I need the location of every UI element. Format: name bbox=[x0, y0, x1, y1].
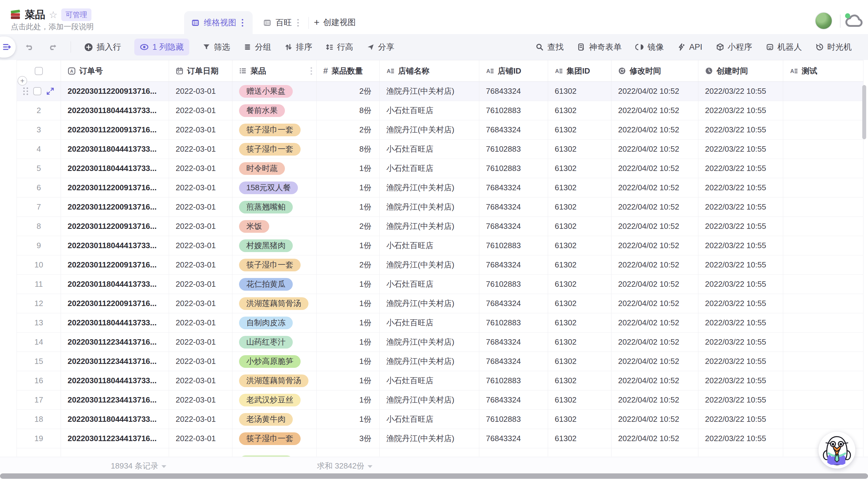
column-header-order-number[interactable]: A 订单号 bbox=[61, 60, 169, 81]
column-header-order-date[interactable]: 订单日期 bbox=[169, 60, 232, 81]
dish-quantity-cell: 1份 bbox=[317, 198, 380, 216]
column-header-created-time[interactable]: 创建时间 bbox=[699, 60, 783, 81]
table-row[interactable]: 5 2022030118044413733... 2022-03-01 时令时蔬… bbox=[17, 159, 864, 178]
redo-icon[interactable] bbox=[48, 43, 57, 51]
tab-menu-icon[interactable] bbox=[241, 18, 245, 28]
mirror-button[interactable]: 镜像 bbox=[635, 42, 664, 53]
table-row[interactable]: 8 2022030112200913716... 2022-03-01 米饭 2… bbox=[17, 217, 864, 236]
store-id-cell: 76102883 bbox=[479, 159, 548, 178]
hidden-columns-button[interactable]: 1 列隐藏 bbox=[134, 39, 189, 56]
modified-time-cell: 2022/04/02 10:52 bbox=[612, 101, 699, 120]
test-cell bbox=[783, 198, 864, 216]
record-count[interactable]: 18934 条记录 bbox=[111, 461, 166, 471]
column-header-dish[interactable]: 菜品 bbox=[232, 60, 317, 81]
table-row[interactable]: 7 2022030112200913716... 2022-03-01 煎蒸翘嘴… bbox=[17, 198, 864, 217]
modified-time-cell: 2022/04/02 10:52 bbox=[612, 294, 699, 313]
insert-row-inline-button[interactable]: + bbox=[18, 76, 27, 85]
column-header-test[interactable]: A 测试 bbox=[783, 60, 864, 81]
order-date-cell: 2022-03-01 bbox=[169, 159, 232, 178]
table-row[interactable]: 4 2022030118044413733... 2022-03-01 筷子湿巾… bbox=[17, 140, 864, 159]
insert-row-button[interactable]: 插入行 bbox=[84, 42, 121, 53]
store-name-cell: 渔院丹江(中关村店) bbox=[380, 82, 479, 101]
table-row[interactable]: 1 2022030112200913716... 2022-03-01 赠送小果… bbox=[17, 82, 864, 101]
group-id-cell: 61302 bbox=[548, 159, 612, 178]
sort-arrows-icon bbox=[285, 43, 292, 51]
sort-label: 排序 bbox=[296, 42, 312, 53]
table-row[interactable]: 3 2022030112200913716... 2022-03-01 筷子湿巾… bbox=[17, 120, 864, 140]
tab-grid-view[interactable]: 维格视图 bbox=[184, 11, 253, 34]
column-label: 菜品数量 bbox=[332, 66, 363, 76]
api-bolt-icon bbox=[678, 43, 685, 51]
tab-baiwang-label: 百旺 bbox=[276, 17, 292, 28]
table-row[interactable]: 9 2022030118044413733... 2022-03-01 村嫂黑猪… bbox=[17, 236, 864, 255]
modified-time-cell: 2022/04/02 10:52 bbox=[612, 159, 699, 178]
avatar[interactable] bbox=[815, 12, 832, 30]
drag-handle-icon[interactable] bbox=[23, 88, 28, 95]
dish-quantity-cell: 1份 bbox=[317, 410, 380, 429]
find-button[interactable]: 查找 bbox=[536, 42, 563, 53]
mascot-bird[interactable] bbox=[818, 432, 855, 469]
create-view-button[interactable]: + 创建视图 bbox=[314, 17, 356, 28]
tab-menu-icon[interactable] bbox=[296, 18, 300, 28]
table-row[interactable]: 16 2022030118044413733... 2022-03-01 洪湖莲… bbox=[17, 371, 864, 390]
test-cell bbox=[783, 236, 864, 255]
sort-button[interactable]: 排序 bbox=[285, 42, 312, 53]
table-row[interactable]: 13 2022030118044413733... 2022-03-01 自制肉… bbox=[17, 313, 864, 333]
horizontal-scrollbar[interactable] bbox=[0, 473, 868, 479]
table-row[interactable]: 11 2022030118044413733... 2022-03-01 花仁拍… bbox=[17, 275, 864, 294]
time-machine-button[interactable]: 时光机 bbox=[816, 42, 852, 53]
row-height-icon bbox=[326, 43, 334, 51]
share-button[interactable]: 分享 bbox=[367, 42, 395, 53]
vertical-scrollbar[interactable] bbox=[862, 85, 866, 139]
table-row[interactable]: 14 2022030112234413716... 2022-03-01 山药红… bbox=[17, 333, 864, 352]
group-button[interactable]: 分组 bbox=[244, 42, 271, 53]
store-name-cell: 小石灶百旺店 bbox=[380, 275, 479, 294]
undo-icon[interactable] bbox=[25, 43, 34, 51]
store-id-cell: 76843324 bbox=[479, 390, 548, 409]
row-number: 16 bbox=[34, 376, 43, 385]
text-field-icon: A bbox=[790, 67, 798, 75]
order-date-cell: 2022-03-01 bbox=[169, 236, 232, 255]
api-button[interactable]: API bbox=[678, 42, 702, 52]
table-row[interactable]: 18 2022030118044413733... 2022-03-01 老汤黄… bbox=[17, 410, 864, 429]
row-number: 6 bbox=[36, 183, 41, 192]
table-row[interactable]: 12 2022030112200913716... 2022-03-01 洪湖莲… bbox=[17, 294, 864, 313]
test-cell bbox=[783, 390, 864, 409]
group-id-cell: 61302 bbox=[548, 371, 612, 390]
column-header-group-id[interactable]: A 集团ID bbox=[548, 60, 612, 81]
dish-badge: 山药红枣汁 bbox=[239, 336, 293, 348]
table-row[interactable]: 6 2022030112200913716... 2022-03-01 158元… bbox=[17, 178, 864, 198]
created-time-cell: 2022/03/22 10:55 bbox=[699, 198, 783, 216]
column-header-dish-quantity[interactable]: # 菜品数量 bbox=[317, 60, 380, 81]
created-time-cell: 2022/03/22 10:55 bbox=[699, 101, 783, 120]
magic-form-button[interactable]: 神奇表单 bbox=[577, 42, 621, 53]
row-height-button[interactable]: 行高 bbox=[326, 42, 353, 53]
column-header-store-id[interactable]: A 店铺ID bbox=[479, 60, 548, 81]
filter-button[interactable]: 筛选 bbox=[203, 42, 230, 53]
column-header-modified-time[interactable]: 修改时间 bbox=[612, 60, 699, 81]
table-row-partial[interactable]: 份 小石灶百旺店 bbox=[17, 448, 864, 456]
row-checkbox[interactable] bbox=[33, 87, 41, 95]
dish-quantity-cell: 2份 bbox=[317, 217, 380, 236]
svg-text:A: A bbox=[555, 68, 559, 74]
modified-time-cell: 2022/04/02 10:52 bbox=[612, 333, 699, 351]
quantity-sum[interactable]: 求和 32842份 bbox=[317, 461, 372, 471]
tab-baiwang-view[interactable]: 百旺 bbox=[256, 11, 307, 34]
table-row[interactable]: 19 2022030112234413716... 2022-03-01 筷子湿… bbox=[17, 429, 864, 448]
store-id-cell: 76102883 bbox=[479, 275, 548, 294]
column-header-store-name[interactable]: A 店铺名称 bbox=[380, 60, 479, 81]
quantity-sum-label: 求和 32842份 bbox=[317, 461, 365, 471]
table-row[interactable]: 10 2022030112200913716... 2022-03-01 筷子湿… bbox=[17, 255, 864, 275]
table-row[interactable]: 15 2022030112234413716... 2022-03-01 小炒高… bbox=[17, 352, 864, 371]
expand-view-list-button[interactable] bbox=[0, 36, 16, 58]
store-name-cell: 渔院丹江(中关村店) bbox=[380, 198, 479, 216]
store-id-cell: 76843324 bbox=[479, 333, 548, 351]
table-row[interactable]: 17 2022030112234413716... 2022-03-01 老武汉… bbox=[17, 390, 864, 410]
text-field-icon: A bbox=[486, 67, 494, 75]
column-menu-icon[interactable] bbox=[309, 66, 313, 76]
robot-button[interactable]: 机器人 bbox=[766, 42, 802, 53]
table-row[interactable]: 2 2022030118044413733... 2022-03-01 餐前水果… bbox=[17, 101, 864, 120]
mini-app-button[interactable]: 小程序 bbox=[716, 42, 752, 53]
modified-time-cell: 2022/04/02 10:52 bbox=[612, 217, 699, 236]
expand-record-icon[interactable] bbox=[46, 87, 54, 95]
